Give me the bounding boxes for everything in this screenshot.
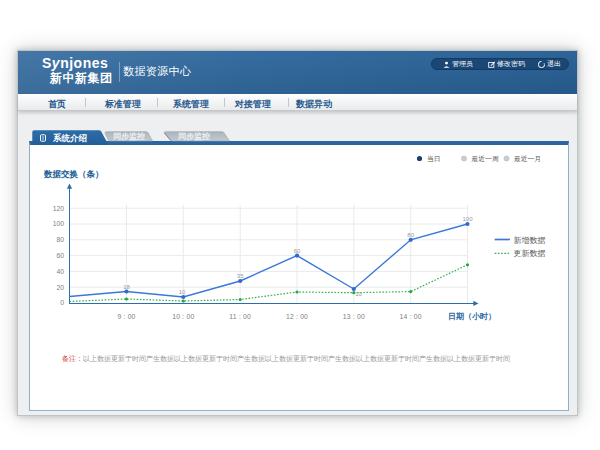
svg-text:10: 10 xyxy=(179,289,186,295)
svg-text:新增数据: 新增数据 xyxy=(514,236,546,245)
svg-text:当日: 当日 xyxy=(427,155,441,163)
svg-text:100: 100 xyxy=(53,220,65,227)
svg-text:最近一月: 最近一月 xyxy=(513,155,541,163)
svg-text:系统介绍: 系统介绍 xyxy=(52,133,88,143)
svg-text:日期（小时）: 日期（小时） xyxy=(448,312,496,321)
svg-text:10: 10 xyxy=(355,291,362,297)
svg-text:18: 18 xyxy=(123,284,130,290)
svg-text:10 : 00: 10 : 00 xyxy=(172,313,194,320)
svg-text:12 : 00: 12 : 00 xyxy=(286,313,308,320)
svg-text:11 : 00: 11 : 00 xyxy=(229,313,251,320)
svg-text:更新数据: 更新数据 xyxy=(514,249,546,258)
svg-text:9 : 00: 9 : 00 xyxy=(117,313,135,320)
svg-text:14 : 00: 14 : 00 xyxy=(400,313,422,320)
svg-text:同步监控: 同步监控 xyxy=(178,132,210,141)
svg-text:60: 60 xyxy=(294,248,301,254)
svg-text:80: 80 xyxy=(407,232,414,238)
svg-text:40: 40 xyxy=(56,268,64,275)
svg-text:0: 0 xyxy=(60,299,64,306)
svg-text:35: 35 xyxy=(237,273,244,279)
svg-text:80: 80 xyxy=(56,236,64,243)
svg-text:20: 20 xyxy=(56,284,64,291)
svg-text:同步监控: 同步监控 xyxy=(113,132,145,141)
svg-text:60: 60 xyxy=(56,252,64,259)
svg-text:最近一周: 最近一周 xyxy=(471,155,499,162)
svg-text:数据交换（条）: 数据交换（条） xyxy=(43,169,104,179)
svg-text:120: 120 xyxy=(53,205,65,212)
svg-text:100: 100 xyxy=(462,216,473,222)
svg-text:13 : 00: 13 : 00 xyxy=(343,313,365,320)
